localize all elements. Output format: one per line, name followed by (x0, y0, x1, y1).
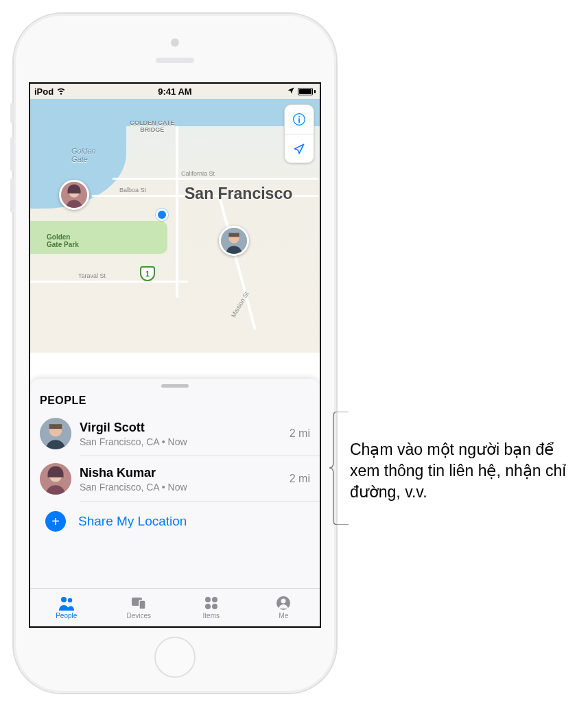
svg-point-17 (205, 597, 211, 602)
svg-point-22 (281, 599, 286, 604)
device-label: iPod (34, 86, 54, 97)
people-icon (58, 595, 75, 611)
svg-point-20 (212, 604, 217, 609)
callout-annotation: Chạm vào một người bạn để xem thông tin … (350, 439, 576, 503)
map-locate-button[interactable] (285, 134, 314, 163)
route-shield: 1 (140, 266, 155, 281)
map-pin-person-nisha[interactable] (59, 180, 89, 210)
share-location-label: Share My Location (78, 514, 187, 529)
person-location: San Francisco, CA • Now (80, 482, 281, 493)
map-street-balboa: Balboa St (119, 187, 146, 193)
home-button[interactable] (154, 637, 196, 678)
items-icon (202, 595, 220, 611)
me-icon (274, 595, 292, 611)
svg-rect-10 (49, 424, 62, 429)
people-sheet[interactable]: People Virgil Scott San Francisco, CA • … (30, 379, 320, 588)
map-pin-person-virgil[interactable] (219, 226, 249, 256)
tab-label: Items (203, 612, 220, 620)
svg-point-19 (205, 604, 211, 609)
status-bar: iPod 9:41 AM (30, 84, 320, 99)
front-camera (171, 38, 179, 47)
battery-icon (298, 88, 316, 95)
location-services-icon (287, 86, 295, 97)
person-name: Nisha Kumar (80, 466, 281, 480)
person-location: San Francisco, CA • Now (80, 436, 281, 447)
map-label-city: San Francisco (185, 185, 292, 203)
svg-point-6 (298, 116, 300, 117)
avatar (40, 463, 71, 495)
avatar (40, 418, 71, 449)
tab-label: People (56, 612, 77, 620)
person-row[interactable]: Nisha Kumar San Francisco, CA • Now 2 mi (30, 456, 320, 502)
tab-devices[interactable]: Devices (103, 589, 176, 626)
person-distance: 2 mi (290, 473, 310, 485)
map-street-taraval: Taraval St (78, 272, 106, 279)
device-frame: iPod 9:41 AM Golde (14, 14, 336, 693)
svg-rect-16 (139, 600, 145, 609)
tab-people[interactable]: People (30, 589, 103, 626)
bracket-icon (329, 412, 350, 525)
person-name: Virgil Scott (80, 421, 281, 435)
tab-items[interactable]: Items (175, 589, 248, 626)
map-label-park: Golden Gate Park (47, 233, 79, 248)
sheet-title: People (30, 394, 320, 411)
side-button (10, 103, 14, 123)
sheet-grabber[interactable] (161, 384, 189, 388)
person-distance: 2 mi (290, 427, 310, 440)
share-location-button[interactable]: + Share My Location (30, 502, 320, 541)
svg-rect-4 (228, 233, 239, 237)
tab-label: Devices (126, 612, 151, 620)
map-label-bridge: GOLDEN GATE BRIDGE (130, 119, 174, 133)
svg-point-18 (212, 597, 217, 602)
svg-point-13 (61, 597, 67, 602)
speaker-grille (156, 58, 194, 63)
screen: iPod 9:41 AM Golde (29, 82, 321, 628)
tab-me[interactable]: Me (248, 589, 320, 626)
tab-bar: People Devices Items Me (30, 588, 320, 626)
devices-icon (130, 595, 148, 611)
map-view[interactable]: Golden Gate GOLDEN GATE BRIDGE San Franc… (30, 99, 320, 353)
tab-label: Me (279, 612, 288, 620)
svg-point-14 (68, 598, 72, 602)
volume-down-button (10, 178, 14, 213)
map-controls (284, 104, 314, 163)
plus-icon: + (45, 511, 66, 532)
wifi-icon (56, 86, 66, 97)
map-info-button[interactable] (285, 105, 314, 134)
person-row[interactable]: Virgil Scott San Francisco, CA • Now 2 m… (30, 411, 320, 456)
map-pin-me[interactable] (156, 209, 168, 221)
volume-up-button (10, 137, 14, 172)
map-street-california: California St (181, 170, 215, 177)
callout-text: Chạm vào một người bạn để xem thông tin … (350, 439, 576, 503)
map-label-golden-gate: Golden Gate (71, 147, 95, 163)
svg-rect-7 (298, 118, 300, 123)
status-time: 9:41 AM (158, 86, 191, 97)
